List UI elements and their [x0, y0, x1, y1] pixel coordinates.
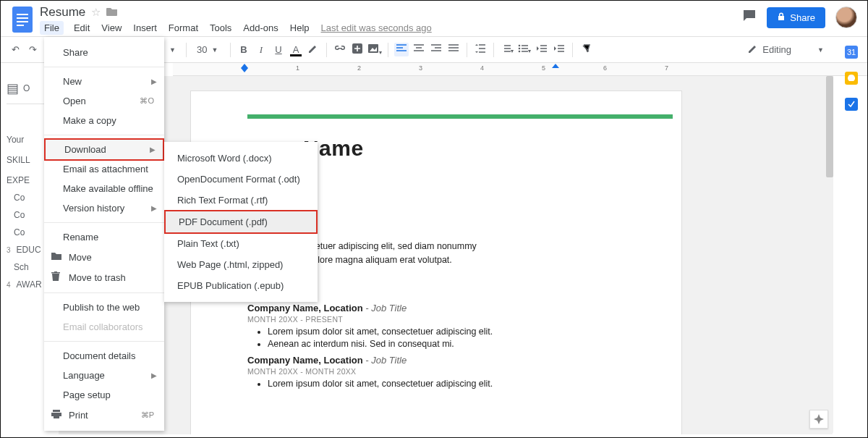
submenu-item-rtf[interactable]: Rich Text Format (.rtf): [164, 190, 318, 211]
menu-item-open[interactable]: Open⌘O: [44, 91, 164, 111]
calendar-icon[interactable]: 31: [845, 46, 858, 59]
align-justify-icon[interactable]: [446, 44, 461, 55]
doc-job-dates[interactable]: MONTH 20XX - PRESENT: [247, 315, 664, 324]
comments-icon[interactable]: [742, 9, 757, 27]
share-button[interactable]: Share: [767, 7, 825, 28]
file-menu: Share New▶ Open⌘O Make a copy Download▶ …: [44, 37, 164, 431]
document-title[interactable]: Resume: [40, 5, 85, 20]
menu-shortcut: ⌘O: [140, 96, 154, 106]
doc-job-heading[interactable]: Company Name, Location - Job Title: [247, 303, 664, 313]
font-size-select[interactable]: 30 ▼: [192, 43, 224, 56]
menu-item-trash[interactable]: Move to trash: [44, 267, 164, 288]
bulleted-list-icon[interactable]: ▾: [517, 44, 532, 55]
insert-image-icon[interactable]: ▾: [367, 43, 382, 56]
ruler-mark: 6: [603, 64, 607, 72]
menu-addons[interactable]: Add-ons: [242, 21, 279, 35]
doc-bullets[interactable]: Lorem ipsum dolor sit amet, consectetuer…: [247, 327, 664, 349]
highlight-icon[interactable]: [306, 43, 320, 56]
indent-marker-top-icon[interactable]: [241, 68, 248, 72]
submenu-item-docx[interactable]: Microsoft Word (.docx): [164, 148, 318, 169]
align-center-icon[interactable]: [412, 44, 426, 55]
menu-help[interactable]: Help: [289, 21, 311, 35]
submenu-item-epub[interactable]: EPUB Publication (.epub): [164, 275, 318, 296]
line-spacing-icon[interactable]: [473, 43, 488, 56]
svg-rect-1: [17, 14, 28, 15]
numbered-list-icon[interactable]: ▾: [500, 44, 514, 55]
menu-item-offline[interactable]: Make available offline: [44, 179, 164, 198]
undo-icon[interactable]: ↶: [8, 44, 22, 55]
doc-bullet[interactable]: Aenean ac interdum nisi. Sed in consequa…: [268, 339, 664, 349]
text-color-icon[interactable]: A: [289, 44, 303, 55]
submenu-item-html[interactable]: Web Page (.html, zipped): [164, 254, 318, 275]
menu-item-details[interactable]: Document details: [44, 346, 164, 366]
menu-item-share[interactable]: Share: [44, 43, 164, 62]
outline-item[interactable]: Sch: [14, 262, 29, 272]
keep-icon[interactable]: [845, 72, 858, 85]
outline-item[interactable]: Your: [7, 135, 24, 145]
align-left-icon[interactable]: [394, 43, 409, 56]
align-right-icon[interactable]: [429, 44, 443, 55]
submenu-item-pdf[interactable]: PDF Document (.pdf): [164, 210, 318, 234]
italic-icon[interactable]: I: [254, 44, 268, 56]
insert-link-icon[interactable]: [333, 43, 347, 56]
star-icon[interactable]: ☆: [91, 6, 101, 19]
clear-formatting-icon[interactable]: [579, 43, 593, 56]
doc-bullet[interactable]: Lorem ipsum dolor sit amet, consectetuer…: [268, 379, 664, 389]
menu-tools[interactable]: Tools: [208, 21, 233, 35]
menu-insert[interactable]: Insert: [132, 21, 158, 35]
doc-bullet[interactable]: Lorem ipsum dolor sit amet, consectetuer…: [268, 327, 664, 337]
menu-item-page-setup[interactable]: Page setup: [44, 385, 164, 405]
scrollbar-thumb[interactable]: [826, 76, 833, 177]
menu-format[interactable]: Format: [167, 21, 200, 35]
scrollbar-track[interactable]: [826, 76, 833, 433]
menu-item-version-history[interactable]: Version history▶: [44, 198, 164, 218]
outline-icon[interactable]: ▤: [7, 80, 19, 96]
menu-item-download[interactable]: Download▶: [44, 138, 164, 161]
indent-marker-bottom-icon[interactable]: [241, 64, 248, 68]
download-submenu: Microsoft Word (.docx) OpenDocument Form…: [164, 142, 318, 302]
menu-item-email-attachment[interactable]: Email as attachment: [44, 159, 164, 179]
menu-item-rename[interactable]: Rename: [44, 227, 164, 247]
move-folder-icon[interactable]: [106, 7, 118, 19]
svg-point-10: [519, 51, 521, 53]
outline-item[interactable]: SKILL: [7, 155, 30, 165]
menu-file[interactable]: File: [40, 21, 64, 35]
menu-item-make-copy[interactable]: Make a copy: [44, 111, 164, 130]
right-indent-marker-icon[interactable]: [552, 64, 559, 68]
submenu-item-txt[interactable]: Plain Text (.txt): [164, 233, 318, 254]
menu-item-move[interactable]: Move: [44, 247, 164, 267]
ruler-mark: 7: [665, 64, 668, 72]
docs-logo-icon[interactable]: [9, 7, 35, 33]
redo-icon[interactable]: ↷: [25, 44, 40, 55]
add-comment-icon[interactable]: [350, 43, 365, 56]
outline-item[interactable]: Co: [14, 210, 25, 220]
outline-item[interactable]: EXPE: [7, 175, 30, 185]
outline-item[interactable]: Co: [14, 227, 25, 237]
submenu-item-odt[interactable]: OpenDocument Format (.odt): [164, 169, 318, 190]
menu-item-new[interactable]: New▶: [44, 72, 164, 91]
sidepanel-collapse-icon[interactable]: ›: [850, 435, 854, 438]
menu-item-print[interactable]: Print⌘P: [44, 405, 164, 425]
explore-button[interactable]: [809, 410, 828, 429]
account-avatar[interactable]: [835, 7, 857, 28]
menu-item-language[interactable]: Language▶: [44, 366, 164, 385]
chevron-right-icon: ▶: [151, 371, 157, 379]
menu-view[interactable]: View: [100, 21, 123, 35]
underline-icon[interactable]: U: [271, 44, 286, 55]
outline-item[interactable]: Co: [14, 193, 25, 203]
doc-job-dates[interactable]: MONTH 20XX - MONTH 20XX: [247, 367, 664, 376]
menu-item-publish[interactable]: Publish to the web: [44, 298, 164, 317]
chevron-down-icon: ▼: [211, 46, 218, 54]
indent-icon[interactable]: [552, 44, 566, 55]
menu-edit[interactable]: Edit: [72, 21, 91, 35]
last-edit-link[interactable]: Last edit was seconds ago: [320, 21, 433, 35]
bold-icon[interactable]: B: [237, 44, 251, 55]
mode-select[interactable]: Editing ▼: [748, 43, 824, 56]
doc-job-heading[interactable]: Company Name, Location - Job Title: [247, 355, 664, 366]
doc-bullets[interactable]: Lorem ipsum dolor sit amet, consectetuer…: [247, 379, 664, 389]
outline-item[interactable]: EDUC: [17, 245, 41, 255]
outdent-icon[interactable]: [535, 44, 549, 55]
outline-item[interactable]: AWAR: [17, 279, 42, 290]
ruler[interactable]: 1 2 3 4 5 6 7: [173, 63, 867, 76]
tasks-icon[interactable]: [845, 98, 858, 111]
